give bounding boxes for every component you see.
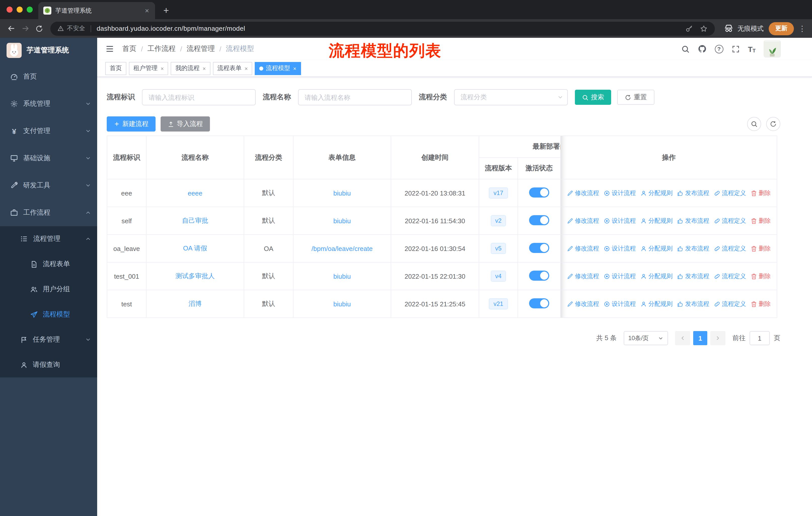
browser-tab[interactable]: 芋道管理系统 × (38, 2, 155, 19)
op-design-link[interactable]: 设计流程 (604, 300, 636, 308)
security-indicator[interactable]: 不安全 (57, 24, 85, 33)
active-toggle[interactable] (529, 298, 549, 308)
sidebar-item-payment[interactable]: ¥ 支付管理 (0, 117, 97, 145)
op-publish-link[interactable]: 发布流程 (677, 300, 709, 308)
user-avatar[interactable] (764, 40, 781, 57)
form-link[interactable]: biubiu (333, 272, 351, 280)
op-assign-rule-link[interactable]: 分配规则 (640, 244, 672, 253)
process-key-input[interactable] (142, 89, 256, 105)
next-page-button[interactable] (710, 331, 725, 345)
font-size-icon[interactable]: TT (748, 45, 756, 53)
sidebar-collapse-icon[interactable] (105, 44, 114, 53)
op-publish-link[interactable]: 发布流程 (677, 244, 709, 253)
help-icon[interactable]: ? (715, 45, 723, 53)
breadcrumb-workflow[interactable]: 工作流程 (137, 44, 176, 53)
process-name-link[interactable]: 自己审批 (182, 217, 208, 224)
sidebar-item-user-group[interactable]: 用户分组 (0, 277, 97, 302)
op-definition-link[interactable]: 流程定义 (714, 216, 746, 225)
op-delete-link[interactable]: 删除 (751, 272, 771, 280)
version-badge[interactable]: v21 (489, 298, 508, 309)
reload-button[interactable] (32, 21, 46, 35)
password-key-icon[interactable] (685, 24, 693, 32)
sidebar-item-leave-query[interactable]: 请假查询 (0, 352, 97, 377)
update-chip[interactable]: 更新 (769, 22, 794, 35)
sidebar-item-home[interactable]: 首页 (0, 63, 97, 90)
op-modify-link[interactable]: 修改流程 (567, 244, 599, 253)
op-definition-link[interactable]: 流程定义 (714, 244, 746, 253)
op-delete-link[interactable]: 删除 (751, 244, 771, 253)
close-icon[interactable]: × (245, 65, 248, 71)
close-icon[interactable]: × (203, 65, 206, 71)
form-link[interactable]: /bpm/oa/leave/create (312, 245, 373, 252)
version-badge[interactable]: v4 (491, 271, 506, 282)
op-modify-link[interactable]: 修改流程 (567, 300, 599, 308)
sidebar-item-devtools[interactable]: 研发工具 (0, 172, 97, 199)
current-page-button[interactable]: 1 (693, 331, 707, 345)
close-icon[interactable]: × (293, 65, 296, 71)
search-button[interactable]: 搜索 (575, 90, 611, 105)
op-modify-link[interactable]: 修改流程 (567, 216, 599, 225)
sidebar-item-system[interactable]: 系统管理 (0, 90, 97, 117)
browser-menu-icon[interactable]: ⋮ (799, 24, 806, 33)
op-publish-link[interactable]: 发布流程 (677, 272, 709, 280)
active-toggle[interactable] (529, 215, 549, 225)
op-publish-link[interactable]: 发布流程 (677, 216, 709, 225)
op-design-link[interactable]: 设计流程 (604, 244, 636, 253)
active-toggle[interactable] (529, 187, 549, 197)
op-design-link[interactable]: 设计流程 (604, 216, 636, 225)
active-toggle[interactable] (529, 270, 549, 280)
close-icon[interactable]: × (161, 65, 164, 71)
op-modify-link[interactable]: 修改流程 (567, 189, 599, 197)
op-delete-link[interactable]: 删除 (751, 189, 771, 197)
sidebar-item-workflow[interactable]: 工作流程 (0, 199, 97, 226)
process-name-link[interactable]: OA 请假 (183, 244, 207, 252)
sidebar-item-infrastructure[interactable]: 基础设施 (0, 145, 97, 172)
tab-close-icon[interactable]: × (143, 6, 151, 15)
search-icon[interactable] (681, 45, 689, 53)
reset-button[interactable]: 重置 (617, 90, 655, 105)
zoom-window-button[interactable] (27, 6, 33, 12)
version-badge[interactable]: v17 (489, 187, 508, 198)
op-publish-link[interactable]: 发布流程 (677, 189, 709, 197)
tag-my-process[interactable]: 我的流程× (171, 62, 210, 75)
goto-page-input[interactable] (750, 331, 770, 345)
active-toggle[interactable] (529, 243, 549, 253)
op-delete-link[interactable]: 删除 (751, 216, 771, 225)
category-select[interactable]: 流程分类 (454, 89, 568, 105)
breadcrumb-home[interactable]: 首页 (122, 44, 137, 53)
tag-process-form[interactable]: 流程表单× (213, 62, 253, 75)
process-name-link[interactable]: 测试多审批人 (175, 272, 215, 280)
sidebar-item-process-form[interactable]: 流程表单 (0, 251, 97, 277)
bookmark-star-icon[interactable] (700, 24, 708, 32)
close-window-button[interactable] (6, 6, 12, 12)
op-definition-link[interactable]: 流程定义 (714, 272, 746, 280)
version-badge[interactable]: v5 (491, 243, 506, 254)
op-design-link[interactable]: 设计流程 (604, 189, 636, 197)
refresh-table-button[interactable] (766, 117, 780, 131)
fullscreen-icon[interactable] (731, 45, 740, 53)
address-bar[interactable]: 不安全 dashboard.yudao.iocoder.cn/bpm/manag… (50, 21, 715, 35)
toggle-search-button[interactable] (747, 117, 761, 131)
op-definition-link[interactable]: 流程定义 (714, 300, 746, 308)
tag-tenant-management[interactable]: 租户管理× (129, 62, 168, 75)
sidebar-item-process-model[interactable]: 流程模型 (0, 302, 97, 327)
op-delete-link[interactable]: 删除 (751, 300, 771, 308)
process-name-input[interactable] (298, 89, 412, 105)
sidebar-item-task-management[interactable]: 任务管理 (0, 327, 97, 352)
create-process-button[interactable]: 新建流程 (107, 116, 155, 132)
op-assign-rule-link[interactable]: 分配规则 (640, 300, 672, 308)
form-link[interactable]: biubiu (333, 300, 351, 308)
process-name-link[interactable]: eeee (188, 189, 202, 197)
tag-process-model[interactable]: 流程模型× (255, 62, 301, 75)
new-tab-button[interactable]: + (159, 3, 173, 18)
minimize-window-button[interactable] (17, 6, 23, 12)
github-icon[interactable] (697, 44, 706, 53)
forward-button[interactable] (18, 21, 32, 35)
breadcrumb-process-management[interactable]: 流程管理 (176, 44, 215, 53)
op-design-link[interactable]: 设计流程 (604, 272, 636, 280)
form-link[interactable]: biubiu (333, 189, 351, 197)
prev-page-button[interactable] (675, 331, 690, 345)
form-link[interactable]: biubiu (333, 217, 351, 224)
process-name-link[interactable]: 滔博 (188, 300, 202, 307)
page-size-select[interactable]: 10条/页 (624, 331, 668, 345)
